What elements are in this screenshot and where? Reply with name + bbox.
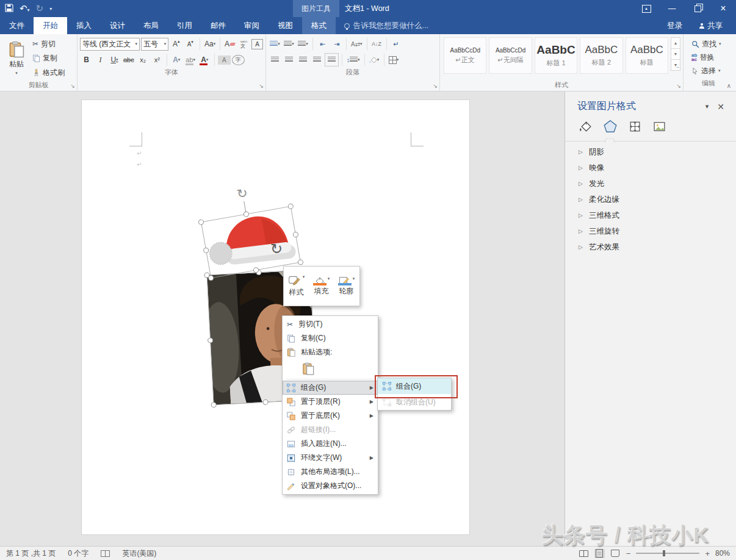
minimize-button[interactable]: — xyxy=(662,1,682,16)
highlight-button[interactable]: ab▾ xyxy=(184,54,197,66)
bullets-button[interactable]: ▾ xyxy=(269,38,281,50)
menu-wrap-text[interactable]: 环绕文字(W)▶ xyxy=(283,451,378,465)
gallery-more-icon[interactable]: ▼̲ xyxy=(671,59,680,71)
dialog-launcher-icon[interactable]: ↘ xyxy=(259,84,264,89)
style-title[interactable]: AaBbC 标题 xyxy=(626,37,668,74)
font-size-combo[interactable]: 五号▾ xyxy=(141,38,168,51)
numbering-button[interactable]: ▾ xyxy=(283,38,295,50)
style-heading2[interactable]: AaBbC 标题 2 xyxy=(580,37,622,74)
show-hide-marks-button[interactable]: ↵ xyxy=(390,38,403,50)
gallery-down-icon[interactable]: ▼ xyxy=(671,48,680,60)
zoom-in-button[interactable]: + xyxy=(705,549,710,558)
gallery-up-icon[interactable]: ▲ xyxy=(671,37,680,49)
zoom-slider-thumb[interactable] xyxy=(663,550,665,556)
pane-close-icon[interactable]: ✕ xyxy=(713,102,729,112)
tab-file[interactable]: 文件 xyxy=(0,17,34,34)
ribbon-display-options-button[interactable]: ▴ xyxy=(636,1,657,16)
shrink-font-button[interactable]: A▾ xyxy=(184,38,197,50)
section-reflection[interactable]: ▷映像 xyxy=(565,160,736,176)
tab-references[interactable]: 引用 xyxy=(168,17,201,34)
restore-button[interactable] xyxy=(687,1,708,16)
layout-properties-tab[interactable] xyxy=(628,120,642,135)
effects-tab[interactable] xyxy=(603,119,618,135)
grow-font-button[interactable]: A▴ xyxy=(170,38,182,50)
text-effects-button[interactable]: A▾ xyxy=(170,54,183,66)
find-button[interactable]: 查找▾ xyxy=(690,37,734,51)
clear-formatting-button[interactable]: A xyxy=(223,38,236,50)
page-indicator[interactable]: 第 1 页 ,共 1 页 xyxy=(0,548,62,559)
menu-insert-caption[interactable]: 插入题注(N)... xyxy=(283,437,378,451)
font-name-combo[interactable]: 等线 (西文正文▾ xyxy=(80,38,140,51)
redo-icon[interactable]: ↻ xyxy=(36,3,44,14)
menu-cut[interactable]: ✂剪切(T) xyxy=(283,317,378,331)
fill-line-tab[interactable] xyxy=(579,120,593,135)
style-no-spacing[interactable]: AaBbCcDd ↵无间隔 xyxy=(489,37,532,74)
phonetic-guide-button[interactable]: wén文 xyxy=(237,38,250,50)
subscript-button[interactable]: x₂ xyxy=(137,54,150,66)
tell-me-box[interactable]: 告诉我您想要做什么... xyxy=(336,17,428,34)
underline-button[interactable]: U▾ xyxy=(108,54,121,66)
borders-button[interactable]: ▾ xyxy=(388,54,400,66)
character-shading-button[interactable]: A xyxy=(218,56,231,65)
shape-style-button[interactable]: ▾ 样式 xyxy=(284,267,309,306)
superscript-button[interactable]: x² xyxy=(151,54,164,66)
sort-button[interactable]: A↓Z xyxy=(370,38,383,50)
enclose-characters-button[interactable]: 字 xyxy=(232,55,245,65)
style-normal[interactable]: AaBbCcDd ↵正文 xyxy=(444,37,486,74)
zoom-slider[interactable] xyxy=(636,553,699,554)
collapse-ribbon-icon[interactable]: ∧ xyxy=(727,82,731,89)
strikethrough-button[interactable]: abc xyxy=(122,54,135,66)
section-soft-edges[interactable]: ▷柔化边缘 xyxy=(565,192,736,207)
character-border-button[interactable]: A xyxy=(251,39,263,49)
multilevel-list-button[interactable]: ▾ xyxy=(297,38,309,50)
line-spacing-button[interactable]: ↕▾ xyxy=(345,54,361,66)
increase-indent-button[interactable]: ⇥ xyxy=(330,38,343,50)
tab-mailings[interactable]: 邮件 xyxy=(201,17,235,34)
pane-options-icon[interactable]: ▾ xyxy=(701,102,713,110)
section-shadow[interactable]: ▷阴影 xyxy=(565,144,736,160)
language-indicator[interactable]: 英语(美国) xyxy=(116,548,162,559)
word-count[interactable]: 0 个字 xyxy=(62,548,95,559)
zoom-out-button[interactable]: − xyxy=(626,549,631,558)
paste-option-keep-formatting[interactable] xyxy=(283,359,378,378)
menu-format-object[interactable]: 设置对象格式(O)... xyxy=(283,479,378,493)
change-case-button[interactable]: Aa▾ xyxy=(203,38,217,50)
asian-layout-button[interactable]: A⇄▾ xyxy=(350,38,364,50)
read-mode-button[interactable] xyxy=(579,549,589,558)
rotate-handle-icon[interactable]: ↻ xyxy=(270,240,283,257)
italic-button[interactable]: I xyxy=(94,54,107,66)
menu-group[interactable]: 组合(G)▶ xyxy=(283,381,378,395)
section-glow[interactable]: ▷发光 xyxy=(565,176,736,192)
tab-picture-format[interactable]: 格式 xyxy=(302,17,336,34)
tab-insert[interactable]: 插入 xyxy=(67,17,101,34)
dialog-launcher-icon[interactable]: ↘ xyxy=(70,84,75,89)
justify-button[interactable] xyxy=(311,54,323,66)
print-layout-button[interactable] xyxy=(594,549,605,558)
tab-layout[interactable]: 布局 xyxy=(134,17,168,34)
save-icon[interactable] xyxy=(5,4,13,14)
align-center-button[interactable] xyxy=(283,54,295,66)
align-right-button[interactable] xyxy=(297,54,309,66)
replace-button[interactable]: abac替换 xyxy=(690,51,734,64)
section-3d-rotation[interactable]: ▷三维旋转 xyxy=(565,223,736,239)
bold-button[interactable]: B xyxy=(80,54,93,66)
menu-copy[interactable]: 复制(C) xyxy=(283,331,378,345)
section-artistic-effects[interactable]: ▷艺术效果 xyxy=(565,239,736,255)
dialog-launcher-icon[interactable]: ↘ xyxy=(433,84,438,89)
sign-in-button[interactable]: 登录 xyxy=(660,21,690,31)
proofing-status[interactable] xyxy=(95,550,116,557)
rotate-handle-icon[interactable]: ↻ xyxy=(236,186,248,201)
share-button[interactable]: 共享 xyxy=(692,17,730,34)
decrease-indent-button[interactable]: ⇤ xyxy=(316,38,329,50)
copy-button[interactable]: 复制 xyxy=(31,52,67,65)
picture-tab[interactable] xyxy=(652,120,666,135)
font-color-button[interactable]: A▾ xyxy=(198,54,211,66)
menu-more-layout-options[interactable]: 其他布局选项(L)... xyxy=(283,465,378,479)
dialog-launcher-icon[interactable]: ↘ xyxy=(676,84,681,89)
align-left-button[interactable] xyxy=(269,54,281,66)
tab-home[interactable]: 开始 xyxy=(34,17,67,34)
format-painter-button[interactable]: 格式刷 xyxy=(31,66,67,79)
customize-qat-icon[interactable]: ▾ xyxy=(49,6,52,12)
shape-outline-button[interactable]: ▾ 轮廓 xyxy=(334,267,359,306)
menu-send-to-back[interactable]: 置于底层(K)▶ xyxy=(283,409,378,423)
